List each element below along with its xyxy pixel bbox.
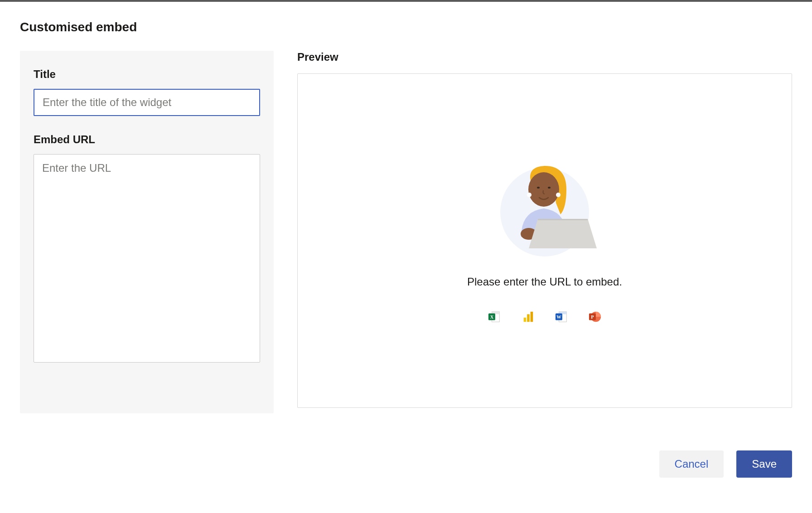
svg-rect-12	[527, 314, 530, 322]
preview-box: Please enter the URL to embed. X	[297, 73, 792, 408]
svg-point-2	[537, 187, 540, 189]
svg-point-5	[556, 193, 561, 197]
customised-embed-dialog: Customised embed Title Embed URL Preview	[0, 2, 812, 431]
powerbi-icon	[521, 310, 535, 324]
title-input[interactable]	[34, 89, 260, 116]
form-panel: Title Embed URL	[20, 51, 274, 413]
url-input[interactable]	[34, 154, 260, 363]
preview-empty-message: Please enter the URL to embed.	[467, 276, 622, 288]
title-form-group: Title	[34, 68, 260, 116]
url-label: Embed URL	[34, 133, 260, 146]
word-icon: W	[555, 310, 568, 324]
url-form-group: Embed URL	[34, 133, 260, 364]
title-label: Title	[34, 68, 260, 81]
cancel-button[interactable]: Cancel	[659, 450, 724, 478]
save-button[interactable]: Save	[736, 450, 792, 478]
dialog-title: Customised embed	[20, 20, 792, 34]
svg-text:P: P	[591, 315, 594, 319]
excel-icon: X	[488, 310, 501, 324]
dialog-actions: Cancel Save	[0, 450, 812, 478]
dialog-content: Title Embed URL Preview	[20, 51, 792, 413]
svg-rect-13	[531, 312, 533, 322]
preview-illustration	[486, 158, 604, 262]
svg-text:X: X	[490, 315, 494, 319]
powerpoint-icon: P	[588, 310, 602, 324]
svg-rect-11	[524, 318, 527, 322]
svg-point-1	[528, 172, 559, 207]
svg-point-3	[548, 187, 551, 189]
preview-label: Preview	[297, 51, 792, 63]
svg-point-4	[527, 193, 532, 197]
svg-text:W: W	[556, 315, 561, 319]
preview-column: Preview	[297, 51, 792, 408]
app-icons-row: X	[488, 310, 602, 324]
